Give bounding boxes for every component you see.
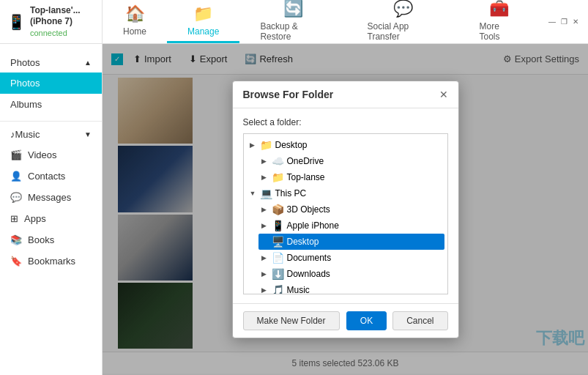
tree-item-onedrive[interactable]: ▶ ☁️ OneDrive	[258, 153, 444, 169]
dialog-footer: Make New Folder OK Cancel	[233, 303, 458, 338]
sidebar-section-photos-header[interactable]: Photos ▲	[0, 53, 102, 73]
music-label: Music	[15, 129, 40, 140]
pc-icon: 💻	[260, 188, 272, 199]
tree-label: This PC	[275, 188, 307, 198]
tree-item-3d-objects[interactable]: ▶ 📦 3D Objects	[258, 201, 444, 218]
chevron-icon: ▶	[261, 254, 269, 261]
backup-icon: 🔄	[283, 0, 303, 18]
contacts-icon: 👤	[10, 171, 22, 182]
dialog-action-buttons: OK Cancel	[346, 311, 448, 330]
cancel-button[interactable]: Cancel	[392, 311, 447, 330]
tab-home[interactable]: 🏠 Home	[103, 0, 167, 43]
chevron-icon: ▶	[261, 222, 269, 229]
tab-backup-label: Backup & Restore	[260, 21, 326, 42]
restore-button[interactable]: ❐	[559, 17, 569, 27]
make-new-folder-button[interactable]: Make New Folder	[243, 311, 340, 330]
content-area: ✓ ⬆ Import ⬇ Export 🔄 Refresh ⚙ Export S…	[103, 44, 588, 375]
tab-manage[interactable]: 📁 Manage	[167, 0, 239, 43]
ok-button[interactable]: OK	[346, 311, 387, 330]
folder-icon: 📄	[272, 252, 284, 264]
chevron-icon: ▶	[261, 174, 269, 181]
messages-label: Messages	[28, 192, 71, 203]
chevron-icon: ▶	[261, 157, 269, 165]
sidebar-item-apps[interactable]: ⊞ Apps	[0, 208, 102, 229]
sidebar-item-bookmarks[interactable]: 🔖 Bookmarks	[0, 250, 102, 272]
chevron-icon: ▶	[261, 270, 269, 278]
tab-manage-label: Manage	[187, 26, 219, 37]
close-button[interactable]: ✕	[570, 17, 581, 27]
divider-1	[0, 121, 102, 122]
dialog-overlay: Browse For Folder ✕ Select a folder: ▶ 📁…	[103, 44, 588, 375]
device-icon: 📱	[7, 13, 26, 31]
device-text: Top-lanse'... (iPhone 7) connected	[30, 5, 94, 38]
dialog-header: Browse For Folder ✕	[233, 81, 458, 108]
photos-section-label: Photos	[10, 57, 40, 68]
onedrive-icon: ☁️	[272, 155, 284, 167]
sidebar-item-messages[interactable]: 💬 Messages	[0, 187, 102, 208]
iphone-icon: 📱	[272, 220, 284, 231]
books-icon: 📚	[10, 234, 22, 245]
cancel-label: Cancel	[406, 316, 433, 326]
folder-icon: ⬇️	[272, 268, 284, 280]
chevron-icon: ▶	[250, 141, 257, 149]
sidebar-item-music[interactable]: ♪ Music ▼	[0, 125, 102, 144]
sidebar-section-photos: Photos ▲ Photos Albums	[0, 50, 102, 118]
dialog-body: Select a folder: ▶ 📁 Desktop ▶ ☁️ OneDr	[233, 108, 458, 303]
tree-label: OneDrive	[287, 156, 324, 166]
tree-item-top-lanse[interactable]: ▶ 📁 Top-lanse	[258, 169, 444, 185]
folder-tree[interactable]: ▶ 📁 Desktop ▶ ☁️ OneDrive ▶	[243, 133, 448, 294]
tree-item-music[interactable]: ▶ 🎵 Music	[258, 282, 444, 294]
dialog-title: Browse For Folder	[243, 89, 334, 100]
tree-item-documents[interactable]: ▶ 📄 Documents	[258, 250, 444, 266]
window-controls: — ❐ ✕	[540, 17, 588, 27]
minimize-button[interactable]: —	[547, 17, 557, 27]
photos-item-label: Photos	[10, 78, 40, 89]
home-icon: 🏠	[125, 4, 145, 23]
dialog-label: Select a folder:	[243, 117, 448, 127]
device-info: 📱 Top-lanse'... (iPhone 7) connected	[0, 0, 103, 43]
folder-icon: 📦	[272, 204, 284, 215]
tree-label: Documents	[287, 253, 332, 263]
social-icon: 💬	[393, 0, 413, 18]
sidebar-item-contacts[interactable]: 👤 Contacts	[0, 166, 102, 187]
music-chevron-icon: ▼	[84, 130, 92, 138]
tab-social-label: Social App Transfer	[368, 21, 439, 42]
chevron-icon: ▶	[261, 206, 269, 213]
chevron-icon: ▶	[261, 286, 269, 294]
tools-icon: 🧰	[489, 0, 509, 18]
dialog-close-button[interactable]: ✕	[439, 89, 448, 100]
tab-tools[interactable]: 🧰 More Tools	[458, 0, 540, 43]
apps-icon: ⊞	[10, 213, 18, 224]
tree-item-apple-iphone[interactable]: ▶ 📱 Apple iPhone	[258, 218, 444, 234]
photos-chevron-icon: ▲	[84, 59, 92, 67]
sidebar-item-albums[interactable]: Albums	[0, 94, 102, 115]
tree-item-downloads[interactable]: ▶ ⬇️ Downloads	[258, 266, 444, 282]
sidebar-item-photos[interactable]: Photos	[0, 73, 102, 94]
device-name: Top-lanse'... (iPhone 7)	[30, 5, 94, 28]
tree-item-desktop-top[interactable]: ▶ 📁 Desktop	[247, 137, 444, 153]
tree-item-desktop-selected[interactable]: 🖥️ Desktop	[258, 234, 444, 250]
tab-backup[interactable]: 🔄 Backup & Restore	[239, 0, 346, 43]
nav-tabs: 🏠 Home 📁 Manage 🔄 Backup & Restore 💬 Soc…	[103, 0, 540, 43]
videos-icon: 🎬	[10, 149, 22, 160]
tree-label: Apple iPhone	[287, 220, 339, 231]
bookmarks-icon: 🔖	[10, 256, 22, 267]
folder-icon: 📁	[272, 171, 284, 183]
tree-label: Desktop	[275, 140, 308, 150]
albums-item-label: Albums	[10, 99, 42, 110]
top-bar: 📱 Top-lanse'... (iPhone 7) connected 🏠 H…	[0, 0, 588, 44]
tree-item-this-pc[interactable]: ▼ 💻 This PC	[247, 185, 444, 201]
sidebar-item-books[interactable]: 📚 Books	[0, 229, 102, 250]
bookmarks-label: Bookmarks	[28, 256, 75, 267]
books-label: Books	[28, 234, 54, 245]
messages-icon: 💬	[10, 192, 22, 203]
tree-label: Downloads	[287, 269, 330, 279]
main-content: Photos ▲ Photos Albums ♪ Music ▼ 🎬 Video…	[0, 44, 588, 375]
tab-social[interactable]: 💬 Social App Transfer	[347, 0, 459, 43]
chevron-icon: ▼	[250, 190, 257, 197]
make-folder-label: Make New Folder	[257, 316, 326, 326]
sidebar-item-videos[interactable]: 🎬 Videos	[0, 144, 102, 166]
folder-icon: 📁	[260, 139, 272, 151]
desktop-icon: 🖥️	[272, 236, 284, 248]
tab-tools-label: More Tools	[479, 21, 519, 42]
